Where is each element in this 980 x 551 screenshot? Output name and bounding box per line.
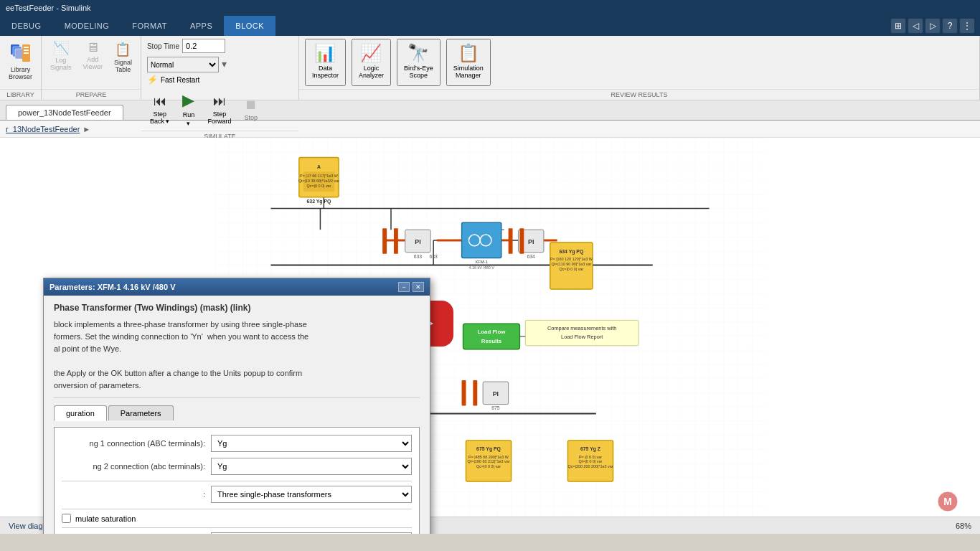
review-section: 📊 DataInspector 📈 LogicAnalyzer 🔭 Bird's… — [299, 36, 980, 100]
step-forward-label: StepForward — [207, 110, 231, 125]
birds-eye-scope-btn[interactable]: 🔭 Bird's-EyeScope — [397, 39, 440, 86]
dialog-title: Parameters: XFM-1 4.16 kV /480 V — [50, 283, 175, 291]
birds-eye-scope-label: Bird's-EyeScope — [404, 65, 433, 79]
data-inspector-icon: 📊 — [314, 43, 336, 63]
winding1-select[interactable]: Yg — [211, 435, 412, 452]
app-title: eeTestFeeder - Simulink — [6, 4, 91, 12]
form-divider3 — [62, 527, 412, 528]
dialog-tab-parameters[interactable]: Parameters — [108, 405, 174, 420]
dialog-minimize-btn[interactable]: − — [398, 282, 410, 292]
log-signals-btn[interactable]: 📉 LogSignals — [46, 39, 76, 72]
saturation-label: mulate saturation — [75, 514, 136, 523]
stop-time-label: Stop Time — [147, 42, 179, 50]
ribbon-icon-btn-1[interactable]: ⊞ — [891, 19, 905, 33]
dialog-titlebar: Parameters: XFM-1 4.16 kV /480 V − ✕ — [44, 278, 430, 296]
data-inspector-btn[interactable]: 📊 DataInspector — [305, 39, 346, 86]
step-forward-icon: ⏭ — [213, 94, 226, 109]
ribbon-tabs: DEBUG MODELING FORMAT APPS BLOCK ⊞ ◁ ▷ ?… — [0, 16, 980, 36]
dialog-tab-content: ng 1 connection (ABC terminals): Yg ng 2… — [54, 427, 420, 534]
form-divider1 — [62, 481, 412, 481]
fast-restart-row: ⚡ Fast Restart — [147, 75, 293, 85]
winding2-select[interactable]: Yg — [211, 458, 412, 475]
type-label: : — [62, 490, 205, 499]
add-viewer-icon: 🖥 — [86, 40, 99, 55]
run-icon: ▶ — [182, 91, 194, 110]
svg-rect-4 — [24, 47, 29, 48]
dialog-close-btn[interactable]: ✕ — [413, 282, 424, 292]
tab-modeling[interactable]: MODELING — [53, 16, 121, 36]
signal-table-btn[interactable]: 📋 SignalTable — [110, 39, 136, 76]
saturation-checkbox[interactable] — [62, 514, 71, 523]
library-browser-btn[interactable]: LibraryBrowser — [4, 39, 37, 83]
type-select[interactable]: Three single-phase transformers — [211, 486, 412, 503]
birds-eye-scope-icon: 🔭 — [407, 43, 429, 63]
stop-time-input[interactable] — [182, 39, 225, 53]
ribbon-settings-btn[interactable]: ⋮ — [960, 19, 974, 33]
stop-label: Stop — [244, 114, 258, 121]
log-signals-label: LogSignals — [50, 57, 72, 71]
dialog-tab-configuration[interactable]: guration — [54, 405, 107, 421]
step-back-btn[interactable]: ⏮ StepBack ▾ — [144, 92, 176, 127]
svg-rect-6 — [24, 52, 29, 54]
winding2-label: ng 2 connection (abc terminals): — [62, 462, 205, 471]
winding1-label: ng 1 connection (ABC terminals): — [62, 439, 205, 448]
title-bar: eeTestFeeder - Simulink — [0, 0, 980, 16]
stop-time-group: Stop Time — [147, 39, 293, 53]
tab-format[interactable]: FORMAT — [121, 16, 179, 36]
signal-table-icon: 📋 — [115, 42, 131, 57]
sim-buttons-row: ⏮ StepBack ▾ ▶ Run ▾ ⏭ StepForward ⏹ Sto… — [141, 88, 298, 131]
tab-debug[interactable]: DEBUG — [0, 16, 53, 36]
simulate-section: Stop Time Normal ▾ ⚡ Fast Restart ⏮ Step… — [141, 36, 299, 100]
dialog-tabs: guration Parameters — [54, 405, 420, 420]
data-inspector-label: DataInspector — [312, 65, 339, 79]
main-area: A P= |17 66 117|*1e3 W Qt=|10 38 68|*1e3… — [0, 138, 980, 534]
fast-restart-icon: ⚡ — [147, 75, 158, 85]
breadcrumb-path[interactable]: r_13NodeTestFeeder — [6, 125, 80, 133]
prepare-section-label: PREPARE — [42, 89, 141, 100]
ribbon-forward-btn[interactable]: ▷ — [925, 19, 940, 33]
log-signals-icon: 📉 — [53, 40, 69, 56]
library-section-label: LIBRARY — [0, 89, 41, 100]
tab-block[interactable]: BLOCK — [224, 16, 275, 36]
mode-dropdown-arrow[interactable]: ▾ — [222, 58, 227, 70]
model-tab[interactable]: power_13NodeTestFeeder — [6, 105, 123, 120]
prepare-section: 📉 LogSignals 🖥 AddViewer 📋 SignalTable P… — [42, 36, 141, 100]
type-row: : Three single-phase transformers — [62, 486, 412, 503]
measurements-select[interactable]: None — [211, 532, 412, 534]
winding2-row: ng 2 connection (abc terminals): Yg — [62, 458, 412, 475]
dialog-overlay: Parameters: XFM-1 4.16 kV /480 V − ✕ Pha… — [0, 138, 980, 534]
logic-analyzer-btn[interactable]: 📈 LogicAnalyzer — [352, 39, 391, 86]
measurements-row: urements None — [62, 532, 412, 534]
add-viewer-label: AddViewer — [83, 56, 103, 70]
library-section: LibraryBrowser LIBRARY — [0, 36, 42, 100]
run-label: Run — [183, 111, 195, 118]
mode-select[interactable]: Normal — [147, 57, 219, 72]
stop-btn[interactable]: ⏹ Stop — [238, 95, 263, 123]
step-back-icon: ⏮ — [154, 94, 166, 109]
step-back-label: StepBack ▾ — [150, 110, 170, 125]
svg-rect-5 — [24, 50, 29, 51]
ribbon-help-btn[interactable]: ? — [943, 19, 957, 33]
logic-analyzer-label: LogicAnalyzer — [359, 65, 384, 79]
simulation-manager-btn[interactable]: 📋 SimulationManager — [446, 39, 491, 86]
stop-icon: ⏹ — [245, 98, 258, 113]
dialog-description: block implements a three-phase transform… — [54, 319, 420, 398]
ribbon-toolbar: LibraryBrowser LIBRARY 📉 LogSignals 🖥 Ad… — [0, 36, 980, 100]
saturation-row: mulate saturation — [62, 514, 412, 523]
add-viewer-btn[interactable]: 🖥 AddViewer — [79, 39, 107, 72]
tab-apps[interactable]: APPS — [179, 16, 224, 36]
logic-analyzer-icon: 📈 — [360, 43, 382, 63]
step-forward-btn[interactable]: ⏭ StepForward — [202, 92, 237, 127]
run-btn[interactable]: ▶ Run ▾ — [176, 89, 200, 129]
fast-restart-label: Fast Restart — [161, 76, 199, 84]
winding1-row: ng 1 connection (ABC terminals): Yg — [62, 435, 412, 452]
dialog-body: Phase Transformer (Two Windings) (mask) … — [44, 296, 430, 534]
simulation-manager-label: SimulationManager — [453, 65, 484, 79]
form-divider2 — [62, 509, 412, 509]
dialog-titlebar-buttons: − ✕ — [398, 282, 424, 292]
review-section-label: REVIEW RESULTS — [299, 89, 979, 100]
dialog: Parameters: XFM-1 4.16 kV /480 V − ✕ Pha… — [43, 278, 430, 534]
breadcrumb-separator: ► — [83, 125, 90, 133]
mode-row: Normal ▾ — [147, 55, 293, 72]
ribbon-back-btn[interactable]: ◁ — [908, 19, 923, 33]
